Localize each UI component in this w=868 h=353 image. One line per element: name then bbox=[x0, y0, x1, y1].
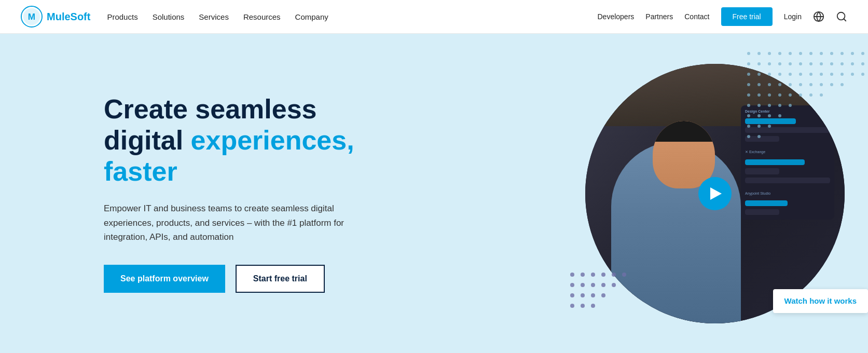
svg-point-21 bbox=[757, 62, 761, 65]
svg-point-48 bbox=[778, 83, 781, 86]
svg-point-62 bbox=[820, 93, 823, 97]
search-icon[interactable] bbox=[836, 11, 847, 22]
svg-point-85 bbox=[591, 283, 595, 287]
svg-point-80 bbox=[601, 273, 605, 277]
svg-point-61 bbox=[809, 93, 812, 97]
svg-point-87 bbox=[612, 283, 616, 287]
svg-point-91 bbox=[601, 293, 605, 297]
mulesoft-logo-icon: M bbox=[21, 6, 43, 28]
logo-link[interactable]: M MuleSoft bbox=[21, 6, 90, 28]
svg-point-25 bbox=[799, 62, 802, 65]
nav-services[interactable]: Services bbox=[199, 12, 229, 21]
svg-point-57 bbox=[768, 93, 771, 97]
svg-point-67 bbox=[789, 104, 792, 107]
svg-point-16 bbox=[841, 52, 844, 55]
nav-resources[interactable]: Resources bbox=[243, 12, 281, 21]
svg-point-55 bbox=[747, 93, 750, 97]
svg-point-86 bbox=[601, 283, 605, 287]
hero-visual: Design Center ✕ Exchange Anypoint Studio bbox=[546, 43, 868, 344]
svg-point-36 bbox=[778, 73, 781, 76]
svg-point-76 bbox=[757, 135, 761, 138]
nav-developers[interactable]: Developers bbox=[598, 12, 635, 21]
svg-point-31 bbox=[861, 62, 864, 65]
nav-contact[interactable]: Contact bbox=[684, 12, 709, 21]
nav-primary: Products Solutions Services Resources Co… bbox=[107, 12, 597, 21]
globe-icon[interactable] bbox=[813, 11, 824, 22]
svg-point-24 bbox=[789, 62, 792, 65]
svg-point-38 bbox=[799, 73, 802, 76]
svg-point-52 bbox=[820, 83, 823, 86]
dot-decoration-1 bbox=[743, 48, 868, 232]
svg-point-68 bbox=[747, 114, 750, 117]
svg-line-6 bbox=[844, 19, 846, 21]
svg-point-22 bbox=[768, 62, 771, 65]
svg-point-60 bbox=[799, 93, 802, 97]
svg-point-51 bbox=[809, 83, 812, 86]
svg-point-28 bbox=[830, 62, 833, 65]
svg-point-45 bbox=[747, 83, 750, 86]
svg-point-12 bbox=[799, 52, 802, 55]
hero-description: Empower IT and business teams to create … bbox=[104, 201, 353, 244]
nav-solutions[interactable]: Solutions bbox=[153, 12, 185, 21]
nav-products[interactable]: Products bbox=[107, 12, 137, 21]
svg-point-43 bbox=[851, 73, 854, 76]
svg-point-20 bbox=[747, 62, 750, 65]
svg-point-64 bbox=[757, 104, 761, 107]
nav-company[interactable]: Company bbox=[295, 12, 328, 21]
svg-text:M: M bbox=[28, 11, 35, 22]
svg-point-65 bbox=[768, 104, 771, 107]
navbar: M MuleSoft Products Solutions Services R… bbox=[0, 0, 868, 34]
svg-point-89 bbox=[581, 293, 585, 297]
svg-point-14 bbox=[820, 52, 823, 55]
svg-point-78 bbox=[581, 273, 585, 277]
svg-point-23 bbox=[778, 62, 781, 65]
svg-point-59 bbox=[789, 93, 792, 97]
nav-partners[interactable]: Partners bbox=[645, 12, 673, 21]
svg-point-70 bbox=[768, 114, 771, 117]
hero-title: Create seamless digital experiences, fas… bbox=[104, 94, 354, 187]
svg-point-30 bbox=[851, 62, 854, 65]
svg-point-93 bbox=[581, 304, 585, 308]
svg-point-79 bbox=[591, 273, 595, 277]
svg-point-41 bbox=[830, 73, 833, 76]
nav-secondary: Developers Partners Contact Free trial L… bbox=[598, 7, 848, 26]
svg-point-49 bbox=[789, 83, 792, 86]
see-platform-button[interactable]: See platform overview bbox=[104, 265, 225, 293]
svg-point-50 bbox=[799, 83, 802, 86]
svg-point-27 bbox=[820, 62, 823, 65]
svg-point-17 bbox=[851, 52, 854, 55]
svg-point-39 bbox=[809, 73, 812, 76]
watch-how-it-works-button[interactable]: Watch how it works bbox=[773, 289, 868, 313]
svg-point-33 bbox=[747, 73, 750, 76]
svg-point-66 bbox=[778, 104, 781, 107]
svg-point-90 bbox=[591, 293, 595, 297]
svg-point-37 bbox=[789, 73, 792, 76]
svg-point-94 bbox=[591, 304, 595, 308]
svg-point-13 bbox=[809, 52, 812, 55]
svg-point-88 bbox=[570, 293, 574, 297]
svg-point-34 bbox=[757, 73, 761, 76]
svg-point-63 bbox=[747, 104, 750, 107]
svg-point-9 bbox=[768, 52, 771, 55]
svg-point-15 bbox=[830, 52, 833, 55]
svg-point-40 bbox=[820, 73, 823, 76]
play-button[interactable] bbox=[698, 177, 732, 210]
svg-point-54 bbox=[841, 83, 844, 86]
svg-point-72 bbox=[747, 125, 750, 128]
svg-point-7 bbox=[747, 52, 750, 55]
svg-point-44 bbox=[861, 73, 864, 76]
nav-free-trial-button[interactable]: Free trial bbox=[721, 7, 773, 26]
dot-decoration-2 bbox=[567, 269, 629, 313]
svg-point-74 bbox=[768, 125, 771, 128]
svg-point-71 bbox=[778, 114, 781, 117]
nav-login[interactable]: Login bbox=[784, 12, 802, 21]
svg-point-42 bbox=[841, 73, 844, 76]
svg-point-77 bbox=[570, 273, 574, 277]
svg-point-84 bbox=[581, 283, 585, 287]
svg-point-26 bbox=[809, 62, 812, 65]
svg-point-53 bbox=[830, 83, 833, 86]
hero-content: Create seamless digital experiences, fas… bbox=[104, 94, 354, 293]
logo-text: MuleSoft bbox=[47, 11, 90, 23]
watch-button-label: Watch how it works bbox=[784, 296, 857, 305]
start-free-trial-button[interactable]: Start free trial bbox=[236, 265, 325, 293]
